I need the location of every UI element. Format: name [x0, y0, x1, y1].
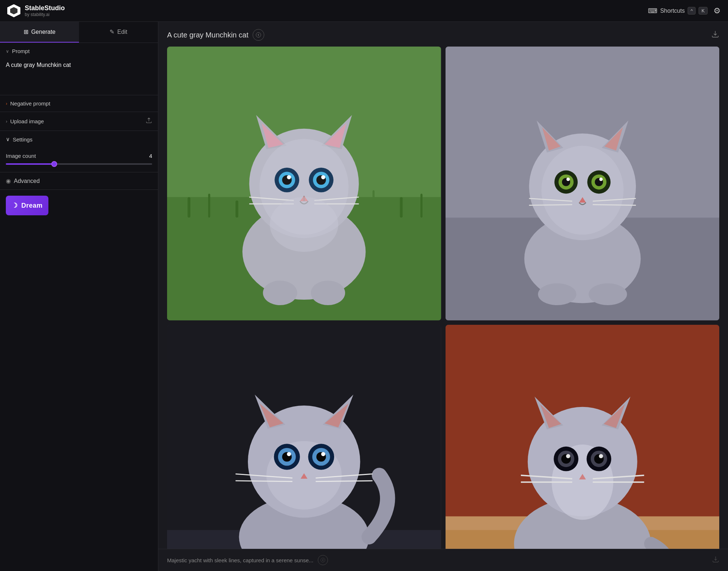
app-title: StableStudio [25, 4, 65, 12]
upload-icon [146, 117, 152, 124]
result-title: A cute gray Munchkin cat [167, 31, 248, 39]
negative-prompt-header[interactable]: › Negative prompt [0, 95, 158, 112]
tab-generate[interactable]: ⊞ Generate [0, 22, 79, 43]
header-left: StableStudio by stability.ai [7, 4, 65, 17]
svg-point-103 [599, 454, 603, 458]
upload-image-header[interactable]: › Upload image [0, 112, 158, 131]
bottom-download-icon [712, 556, 719, 563]
svg-point-59 [538, 283, 576, 305]
dream-label: Dream [21, 202, 43, 209]
upload-button[interactable] [146, 117, 152, 125]
image-count-header: Image count 4 [6, 153, 152, 159]
result-title-group: A cute gray Munchkin cat [167, 29, 264, 41]
svg-point-111 [321, 558, 325, 562]
svg-line-56 [529, 205, 572, 205]
bottom-back-button[interactable] [318, 555, 328, 565]
svg-point-35 [270, 197, 338, 252]
app-subtitle: by stability.ai [25, 12, 65, 17]
result-header: A cute gray Munchkin cat [167, 29, 719, 41]
content-area: A cute gray Munchkin cat [158, 22, 728, 571]
shortcut-key-2: K [699, 7, 708, 15]
cat-image-3 [167, 325, 441, 549]
main-layout: ⊞ Generate ✎ Edit ∨ Prompt A cute gray M… [0, 22, 728, 571]
upload-image-section: › Upload image [0, 112, 158, 131]
bottom-prompt-text: Majestic yacht with sleek lines, capture… [167, 557, 313, 563]
svg-point-53 [599, 177, 602, 181]
svg-rect-5 [236, 200, 238, 217]
dream-button[interactable]: ☽ Dream [6, 196, 48, 215]
image-count-container: Image count 4 [0, 148, 158, 172]
svg-point-77 [321, 452, 325, 456]
svg-point-26 [287, 175, 291, 179]
image-count-label: Image count [6, 153, 36, 159]
back-button[interactable] [253, 29, 264, 41]
advanced-label: Advanced [14, 178, 40, 184]
settings-label: Settings [13, 136, 32, 143]
shortcuts-button[interactable]: ⌨ Shortcuts ^ K [648, 7, 708, 15]
download-all-button[interactable] [711, 30, 719, 40]
cat-image-4 [446, 325, 720, 549]
result-section: A cute gray Munchkin cat [158, 22, 728, 549]
image-count-value: 4 [149, 153, 152, 159]
back-arrow-icon [256, 32, 261, 38]
shortcuts-label: Shortcuts [660, 8, 685, 14]
svg-point-34 [311, 280, 345, 305]
prompt-section: ∨ Prompt A cute gray Munchkin cat [0, 43, 158, 95]
settings-chevron-icon: ∨ [6, 136, 10, 143]
svg-point-76 [287, 452, 291, 456]
logo-text: StableStudio by stability.ai [25, 4, 65, 17]
eye-icon: ◉ [6, 177, 11, 184]
moon-icon: ☽ [12, 201, 18, 209]
settings-button[interactable]: ⚙ [713, 6, 721, 16]
advanced-header[interactable]: ◉ Advanced [0, 172, 158, 189]
bottom-download-button[interactable] [712, 556, 719, 565]
prompt-input[interactable]: A cute gray Munchkin cat [0, 59, 158, 93]
svg-rect-4 [208, 193, 210, 217]
tab-edit[interactable]: ✎ Edit [79, 22, 158, 43]
header: StableStudio by stability.ai ⌨ Shortcuts… [0, 0, 728, 22]
svg-point-102 [566, 454, 570, 458]
settings-header[interactable]: ∨ Settings [0, 131, 158, 148]
edit-icon: ✎ [110, 28, 114, 35]
image-count-slider[interactable] [6, 163, 152, 165]
settings-section: ∨ Settings Image count 4 [0, 131, 158, 172]
svg-rect-12 [420, 193, 423, 217]
svg-line-80 [236, 480, 292, 481]
svg-point-0 [256, 32, 261, 37]
gear-icon: ⚙ [713, 6, 721, 15]
grid-icon: ⊞ [24, 28, 28, 35]
slider-fill [6, 163, 54, 165]
svg-line-82 [316, 480, 372, 481]
bottom-prompt-group: Majestic yacht with sleek lines, capture… [167, 555, 712, 565]
image-cell-4[interactable] [446, 325, 720, 549]
upload-chevron-icon: › [6, 119, 7, 124]
bottom-back-arrow-icon [320, 558, 325, 563]
prompt-header[interactable]: ∨ Prompt [0, 43, 158, 59]
cat-image-1 [167, 47, 441, 320]
negative-prompt-section: › Negative prompt [0, 95, 158, 112]
advanced-section: ◉ Advanced [0, 172, 158, 190]
tab-generate-label: Generate [31, 29, 56, 35]
image-cell-2[interactable] [446, 47, 720, 320]
negative-prompt-chevron-icon: › [6, 101, 7, 106]
upload-image-label: Upload image [10, 118, 44, 124]
tab-edit-label: Edit [117, 29, 127, 35]
sidebar-tabs: ⊞ Generate ✎ Edit [0, 22, 158, 43]
download-icon [711, 30, 719, 38]
svg-line-58 [593, 205, 636, 205]
header-right: ⌨ Shortcuts ^ K ⚙ [648, 6, 721, 16]
image-cell-3[interactable] [167, 325, 441, 549]
svg-point-27 [321, 175, 325, 179]
svg-point-60 [589, 283, 627, 305]
bottom-bar: Majestic yacht with sleek lines, capture… [158, 549, 728, 571]
slider-thumb[interactable] [51, 161, 57, 167]
negative-prompt-label: Negative prompt [10, 100, 50, 107]
svg-rect-3 [187, 197, 190, 217]
shortcut-key-1: ^ [688, 7, 696, 15]
cat-image-2 [446, 47, 720, 320]
prompt-chevron-icon: ∨ [6, 49, 9, 54]
svg-rect-10 [372, 190, 375, 217]
logo-icon [7, 4, 20, 17]
image-cell-1[interactable] [167, 47, 441, 320]
svg-point-52 [566, 177, 570, 181]
